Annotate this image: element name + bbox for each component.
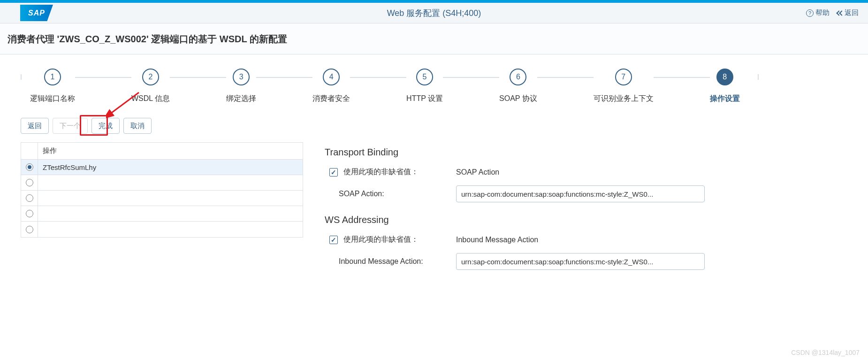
radio-icon[interactable]	[26, 163, 33, 171]
wizard-step-number: 4	[323, 69, 340, 85]
nondefault-target: Inbound Message Action	[456, 236, 538, 244]
wizard-step-label: 绑定选择	[226, 94, 256, 104]
wizard-step-number: 1	[44, 69, 61, 85]
table-row[interactable]	[21, 222, 303, 237]
operation-name: ZTestRfcSumLhy	[38, 163, 303, 171]
radio-icon[interactable]	[26, 194, 33, 202]
back-label: 返回	[845, 8, 859, 17]
wizard-step-8[interactable]: 8 操作设置	[710, 69, 740, 104]
page-title: 消费者代理 'ZWS_CO_Z_WS002' 逻辑端口的基于 WSDL 的新配置	[0, 23, 868, 54]
nondefault-target: SOAP Action	[456, 168, 499, 177]
table-header-row: 操作	[21, 143, 303, 160]
checkbox-soap-action-nondefault[interactable]: ✓	[329, 168, 338, 177]
finish-button[interactable]: 完成	[91, 118, 120, 134]
wizard-step-5[interactable]: 5 HTTP 设置	[406, 69, 443, 104]
cancel-button[interactable]: 取消	[123, 118, 152, 134]
back-link[interactable]: 返回	[837, 8, 859, 17]
operations-table: 操作 ZTestRfcSumLhy	[21, 142, 303, 238]
table-row[interactable]: ZTestRfcSumLhy	[21, 160, 303, 175]
inbound-action-label: Inbound Message Action:	[325, 257, 456, 266]
sap-logo: SAP	[20, 5, 53, 21]
wizard-step-label: SOAP 协议	[499, 94, 537, 104]
soap-action-input[interactable]: urn:sap-com:document:sap:soap:functions:…	[456, 185, 705, 202]
wizard-step-number: 3	[233, 69, 250, 85]
wizard-step-6[interactable]: 6 SOAP 协议	[499, 69, 537, 104]
wizard-step-4[interactable]: 4 消费者安全	[312, 69, 350, 104]
wizard-step-1[interactable]: 1 逻辑端口名称	[30, 69, 75, 104]
wizard-step-label: WSDL 信息	[131, 94, 170, 104]
wizard-step-7[interactable]: 7 可识别业务上下文	[594, 69, 654, 104]
wizard-step-3[interactable]: 3 绑定选择	[226, 69, 256, 104]
wizard-step-number: 2	[142, 69, 159, 85]
radio-icon[interactable]	[26, 226, 33, 233]
wizard-step-label: 逻辑端口名称	[30, 94, 75, 104]
section-title-transport: Transport Binding	[325, 147, 847, 158]
content-area: 操作 ZTestRfcSumLhy	[0, 142, 868, 292]
help-link[interactable]: ? 帮助	[806, 8, 830, 17]
help-label: 帮助	[815, 8, 830, 17]
wizard-step-number: 5	[416, 69, 433, 85]
wizard-step-2[interactable]: 2 WSDL 信息	[131, 69, 170, 104]
wizard-button-row: 返回 下一个 完成 取消	[0, 113, 868, 142]
operations-panel: 操作 ZTestRfcSumLhy	[21, 142, 303, 278]
wizard-step-number: 6	[510, 69, 526, 85]
wizard-step-number: 8	[716, 69, 733, 85]
inbound-action-input[interactable]: urn:sap-com:document:sap:soap:functions:…	[456, 253, 705, 270]
checkbox-label: 使用此项的非缺省值：	[343, 235, 419, 245]
wizard-step-label: HTTP 设置	[406, 94, 443, 104]
wizard-step-label: 操作设置	[710, 94, 740, 104]
shell-title: Web 服务配置 (S4H;400)	[0, 8, 868, 19]
column-header-operation: 操作	[38, 143, 303, 159]
soap-action-label: SOAP Action:	[325, 190, 456, 198]
radio-icon[interactable]	[26, 179, 33, 186]
settings-panel: Transport Binding ✓ 使用此项的非缺省值： SOAP Acti…	[325, 142, 847, 278]
checkbox-label: 使用此项的非缺省值：	[343, 167, 419, 177]
radio-icon[interactable]	[26, 210, 33, 217]
wizard-step-label: 消费者安全	[312, 94, 350, 104]
table-row[interactable]	[21, 206, 303, 222]
wizard-step-label: 可识别业务上下文	[594, 94, 654, 104]
section-title-ws-addressing: WS Addressing	[325, 215, 847, 225]
table-row[interactable]	[21, 175, 303, 191]
shell-bar: SAP Web 服务配置 (S4H;400) ? 帮助 返回	[0, 3, 868, 23]
back-button[interactable]: 返回	[21, 118, 49, 134]
chevrons-left-icon	[837, 11, 843, 15]
wizard-progress: 1 逻辑端口名称 2 WSDL 信息 3 绑定选择 4 消费者安全 5 HTTP…	[0, 54, 868, 113]
next-button: 下一个	[53, 118, 88, 134]
help-icon: ?	[806, 9, 814, 17]
checkbox-inbound-nondefault[interactable]: ✓	[329, 236, 338, 244]
table-row[interactable]	[21, 191, 303, 206]
wizard-step-number: 7	[615, 69, 632, 85]
